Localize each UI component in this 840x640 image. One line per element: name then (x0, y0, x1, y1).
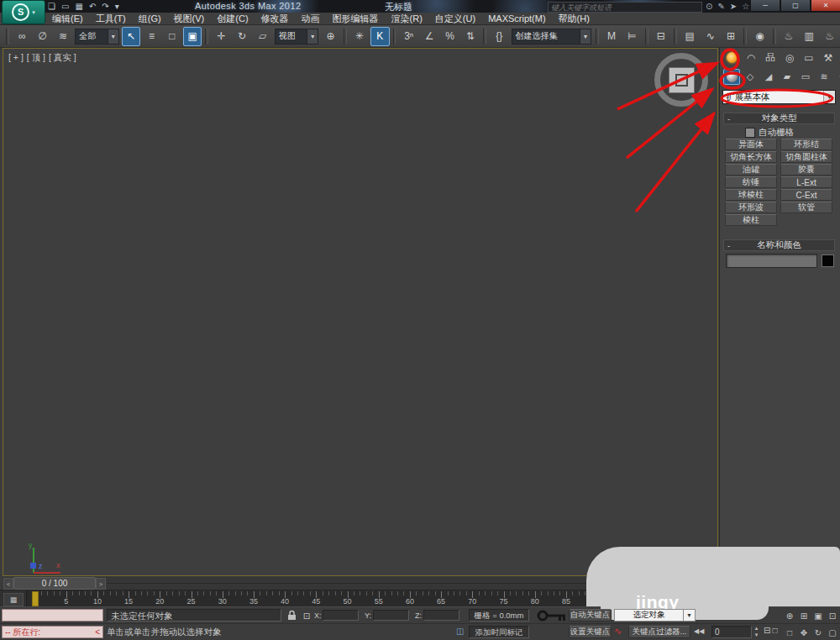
time-slider-handle[interactable]: 0 / 100 (13, 577, 96, 590)
rect-selection-region-icon[interactable]: □ (163, 27, 181, 46)
undo-icon[interactable]: ↶ (89, 2, 96, 11)
motion-tab[interactable]: ◎ (781, 50, 798, 65)
angle-snap-icon[interactable]: ∠ (420, 27, 438, 46)
object-button[interactable]: L-Ext (780, 176, 832, 188)
orbit-icon[interactable]: ↻ (811, 626, 825, 639)
object-button[interactable]: 环形波 (725, 202, 777, 213)
render-production-icon[interactable]: ♨ (820, 27, 838, 46)
window-crossing-icon[interactable]: ▣ (183, 27, 202, 46)
menu-item-4[interactable]: 创建(C) (217, 13, 248, 25)
key-mode-dropdown[interactable]: 选定对象 ▼ (614, 609, 696, 622)
menu-item-7[interactable]: 图形编辑器 (333, 13, 379, 25)
object-button[interactable]: 球棱柱 (725, 189, 777, 201)
maximize-viewport-toggle-icon[interactable]: ▢ (826, 626, 839, 639)
chevron-down-icon[interactable]: ▼ (108, 29, 118, 44)
select-manipulate-icon[interactable]: ✳ (350, 27, 369, 46)
ribbon-toggle-icon[interactable]: ▤ (680, 27, 699, 46)
menu-item-6[interactable]: 动画 (302, 13, 320, 25)
schematic-view-icon[interactable]: ⊞ (722, 27, 740, 46)
spinner-snap-icon[interactable]: ⇅ (461, 27, 480, 46)
absolute-mode-icon[interactable]: ⊡ (300, 609, 313, 622)
keyboard-override-icon[interactable]: K (370, 27, 389, 46)
zoom-extents-icon[interactable]: ▣ (811, 609, 825, 622)
mini-curve-editor-button[interactable]: ▦ (3, 593, 24, 606)
viewcube-top-face[interactable] (669, 67, 695, 93)
menu-item-11[interactable]: 帮助(H) (559, 13, 590, 25)
unlink-selection-icon[interactable]: ∅ (33, 27, 51, 46)
maximize-button[interactable]: ▢ (780, 0, 811, 12)
maxscript-mini-listener[interactable] (2, 609, 103, 622)
modify-tab[interactable]: ◠ (743, 50, 759, 65)
pan-icon[interactable]: ✥ (797, 626, 811, 639)
rendered-frame-icon[interactable]: ▥ (800, 27, 818, 46)
share-icon[interactable]: ➤ (730, 2, 737, 11)
systems-category[interactable]: ✳ (834, 69, 840, 85)
quick-access-dropdown-icon[interactable]: ▾ (115, 2, 119, 11)
viewport-top[interactable]: [ + ][ 顶 ][ 真实 ] y x z (3, 48, 718, 576)
utilities-tab[interactable]: ⚒ (820, 50, 837, 65)
set-key-icon[interactable] (536, 608, 568, 623)
viewport-label-part-0[interactable]: [ + ] (8, 52, 24, 64)
go-to-start-icon[interactable]: ◀◀ (694, 627, 704, 635)
search-input[interactable] (548, 2, 702, 13)
object-button[interactable]: 软管 (780, 202, 832, 213)
object-button[interactable]: 棱柱 (725, 214, 777, 226)
key-filters-button[interactable]: 关键点过滤器... (628, 626, 690, 638)
menu-item-5[interactable]: 修改器 (261, 13, 289, 25)
percent-snap-icon[interactable]: % (440, 27, 459, 46)
object-button[interactable]: 油罐 (725, 164, 777, 176)
hierarchy-tab[interactable]: 品 (762, 50, 779, 65)
selection-filter-dropdown[interactable]: 全部▼ (75, 29, 119, 45)
save-icon[interactable]: ▦ (75, 2, 82, 11)
listener-line-indicator[interactable]: -- 所在行: < (2, 626, 103, 638)
mirror-icon[interactable]: M (602, 27, 621, 46)
bind-to-spacewarp-icon[interactable]: ≋ (54, 27, 72, 46)
application-menu-button[interactable]: S ▾ (2, 0, 45, 24)
align-icon[interactable]: ⊨ (622, 27, 641, 46)
snap-toggle-3d-icon[interactable]: 3ⁿ (399, 27, 417, 46)
object-button[interactable]: 异面体 (725, 139, 777, 150)
object-button[interactable]: C-Ext (780, 189, 832, 201)
zoom-region-icon[interactable]: □ (783, 626, 796, 639)
reference-coordinate-dropdown[interactable]: 视图▼ (275, 29, 319, 45)
isolate-toggle-icon[interactable]: ◫ (456, 627, 464, 636)
object-button[interactable]: 切角长方体 (725, 151, 777, 163)
shapes-category[interactable]: ◇ (742, 69, 759, 85)
named-selection-sets-dropdown[interactable]: 创建选择集▼ (512, 29, 591, 45)
helpers-category[interactable]: ▭ (797, 69, 814, 85)
material-editor-icon[interactable]: ◉ (750, 27, 769, 46)
object-button[interactable]: 纺锤 (725, 176, 777, 188)
lights-category[interactable]: ◢ (760, 69, 777, 85)
chevron-down-icon[interactable]: ▼ (580, 29, 591, 44)
menu-item-9[interactable]: 自定义(U) (435, 13, 475, 25)
menu-item-8[interactable]: 渲染(R) (391, 13, 423, 25)
name-color-rollout-header[interactable]: - 名称和颜色 (723, 239, 835, 251)
favorites-star-icon[interactable]: ☆ (742, 2, 749, 11)
menu-item-3[interactable]: 视图(V) (174, 13, 205, 25)
create-tab[interactable] (723, 50, 740, 65)
time-marker[interactable] (32, 591, 39, 606)
spacewarps-category[interactable]: ≋ (816, 69, 832, 85)
menu-item-1[interactable]: 工具(T) (96, 13, 126, 25)
key-curve-icon[interactable]: ∿ (614, 626, 622, 637)
select-by-name-icon[interactable]: ≡ (142, 27, 160, 46)
minimize-button[interactable]: ─ (750, 0, 780, 12)
chevron-down-icon[interactable]: ▼ (684, 609, 696, 622)
menu-item-2[interactable]: 组(G) (139, 13, 161, 25)
redo-icon[interactable]: ↷ (102, 2, 108, 11)
open-file-icon[interactable]: ▭ (61, 2, 69, 11)
layer-manager-icon[interactable]: ⊟ (652, 27, 670, 46)
autogrid-checkbox[interactable] (745, 128, 755, 138)
frame-spinner[interactable]: ▲▼ (753, 625, 760, 638)
add-time-tag[interactable]: 添加时间标记 (469, 626, 529, 638)
object-color-swatch[interactable] (822, 254, 834, 267)
zoom-extents-all-icon[interactable]: ⊡ (826, 609, 839, 622)
select-move-icon[interactable]: ✛ (212, 27, 230, 46)
cameras-category[interactable]: ▰ (779, 69, 795, 85)
close-button[interactable]: ✕ (811, 0, 840, 12)
edit-named-sets-icon[interactable]: {} (490, 27, 508, 46)
geometry-category[interactable] (723, 69, 740, 85)
x-coordinate-field[interactable] (323, 610, 359, 621)
next-frame-button[interactable]: > (96, 578, 106, 590)
menu-item-0[interactable]: 编辑(E) (52, 13, 83, 25)
